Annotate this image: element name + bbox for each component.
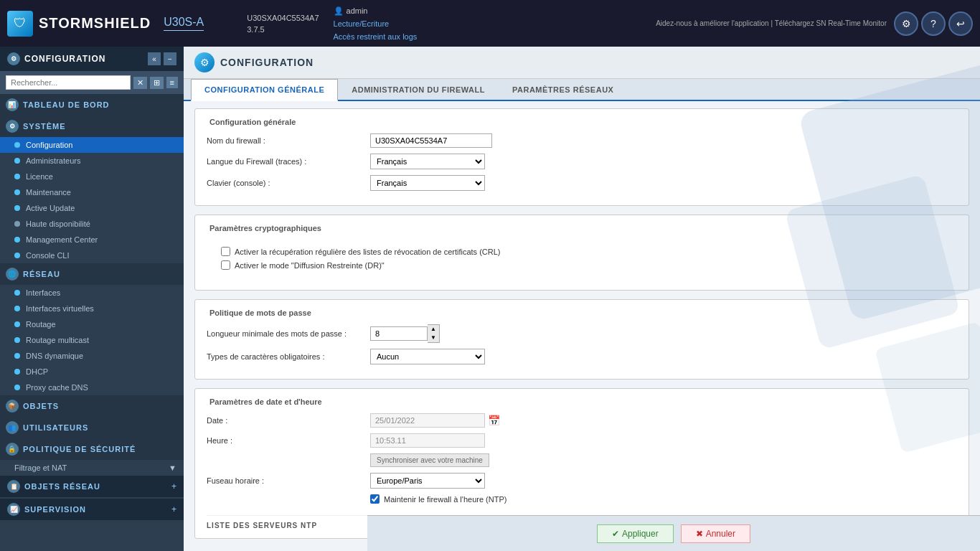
apply-check-icon: ✔	[612, 529, 619, 539]
dns-dynamique-dot	[14, 353, 20, 359]
tab-config-generale[interactable]: CONFIGURATION GÉNÉRALE	[191, 79, 338, 101]
form-row-longueur: Longueur minimale des mots de passe : ▲ …	[207, 324, 957, 343]
active-update-dot	[14, 205, 20, 211]
clavier-select[interactable]: Français	[370, 175, 485, 191]
ntp-checkbox[interactable]	[370, 494, 380, 504]
section-politique-mdp-legend: Politique de mots de passe	[207, 309, 957, 317]
dr-checkbox[interactable]	[221, 260, 230, 270]
access-rw-link[interactable]: Lecture/Ecriture	[334, 19, 390, 28]
sidebar-nav: 📊 TABLEAU DE BORD ⚙ SYSTÈME Configuratio…	[0, 94, 184, 551]
types-select[interactable]: Aucun	[370, 349, 485, 364]
filtrage-nat-label: Filtrage et NAT	[14, 463, 67, 472]
licence-dot	[14, 174, 20, 179]
crl-checkbox[interactable]	[221, 247, 230, 256]
spinner-up[interactable]: ▲	[428, 325, 439, 334]
sidebar-item-filtrage-nat[interactable]: Filtrage et NAT ▼	[0, 460, 184, 476]
sidebar-item-configuration[interactable]: Configuration	[0, 137, 184, 153]
sidebar-collapse-btn[interactable]: «	[148, 52, 161, 65]
sidebar-item-maintenance[interactable]: Maintenance	[0, 184, 184, 200]
sidebar-title-text: CONFIGURATION	[24, 54, 105, 64]
logo-icon: 🛡	[7, 11, 33, 37]
cancel-label: Annuler	[706, 529, 735, 539]
access-logs-link[interactable]: Accès restreint aux logs	[334, 32, 418, 41]
sidebar-item-objets[interactable]: 📦 OBJETS	[0, 395, 184, 417]
fuseau-select[interactable]: Europe/Paris	[370, 473, 485, 489]
sidebar-item-politique-securite[interactable]: 🔒 POLITIQUE DE SÉCURITÉ	[0, 438, 184, 460]
fuseau-label: Fuseau horaire :	[207, 476, 364, 485]
sidebar-item-console-cli[interactable]: Console CLI	[0, 248, 184, 263]
spinner-down[interactable]: ▼	[428, 334, 439, 342]
sidebar-item-supervision[interactable]: 📈 SUPERVISION +	[0, 499, 184, 520]
sidebar-item-tableau-de-bord[interactable]: 📊 TABLEAU DE BORD	[0, 94, 184, 116]
sidebar-item-reseau[interactable]: 🌐 RÉSEAU	[0, 263, 184, 285]
tableau-de-bord-label: TABLEAU DE BORD	[23, 100, 110, 109]
nom-input[interactable]	[370, 133, 492, 148]
settings-icon-btn[interactable]: ⚙	[894, 11, 918, 36]
device-model: U30S-A	[164, 16, 204, 31]
sidebar-minimize-btn[interactable]: −	[164, 52, 176, 65]
politique-securite-icon: 🔒	[6, 443, 19, 456]
cancel-cross-icon: ✖	[696, 529, 703, 539]
config-header-icon: ⚙	[194, 52, 215, 72]
filtrage-nat-expand: ▼	[169, 463, 176, 472]
cancel-button[interactable]: ✖ Annuler	[681, 524, 750, 543]
sidebar-item-routage-multicast[interactable]: Routage multicast	[0, 332, 184, 348]
apply-button[interactable]: ✔ Appliquer	[597, 524, 674, 543]
heure-label: Heure :	[207, 436, 364, 445]
search-input[interactable]	[6, 75, 131, 90]
user-info: 👤 admin Lecture/Ecriture Accès restreint…	[334, 4, 418, 43]
console-cli-label: Console CLI	[26, 251, 70, 260]
management-center-label: Management Center	[26, 235, 98, 244]
sidebar-item-active-update[interactable]: Active Update	[0, 200, 184, 216]
sidebar-title: ⚙ CONFIGURATION	[7, 52, 105, 65]
heure-input	[370, 433, 485, 448]
logout-icon-btn[interactable]: ↩	[948, 11, 973, 36]
help-icon-btn[interactable]: ?	[921, 11, 946, 36]
dns-dynamique-label: DNS dynamique	[26, 352, 83, 360]
routage-multicast-dot	[14, 337, 20, 343]
tab-params-reseau[interactable]: PARAMÈTRES RÉSEAUX	[499, 79, 627, 101]
longueur-spinner: ▲ ▼	[370, 324, 440, 343]
sidebar-item-management-center[interactable]: Management Center	[0, 232, 184, 248]
longueur-label: Longueur minimale des mots de passe :	[207, 329, 364, 338]
proxy-cache-dns-label: Proxy cache DNS	[26, 383, 88, 392]
calendar-icon: 📅	[488, 415, 500, 426]
sidebar-item-administrateurs[interactable]: Administrateurs	[0, 153, 184, 169]
sidebar-item-routage[interactable]: Routage	[0, 316, 184, 332]
sidebar-item-systeme[interactable]: ⚙ SYSTÈME	[0, 116, 184, 137]
search-grid-btn[interactable]: ⊞	[150, 77, 164, 89]
sidebar-item-objets-reseau[interactable]: 📋 OBJETS RÉSEAU +	[0, 476, 184, 497]
langue-select[interactable]: Français	[370, 154, 485, 169]
section-params-crypto: Paramètres cryptographiques Activer la r…	[194, 215, 969, 291]
sync-btn[interactable]: Synchroniser avec votre machine	[370, 453, 489, 467]
objets-icon: 📦	[6, 400, 19, 413]
sidebar-item-dns-dynamique[interactable]: DNS dynamique	[0, 348, 184, 364]
administrateurs-dot	[14, 158, 20, 164]
search-clear-btn[interactable]: ✕	[133, 77, 147, 89]
sidebar-item-interfaces[interactable]: Interfaces	[0, 285, 184, 301]
user-icon: 👤	[334, 4, 344, 17]
sidebar-item-haute-dispo[interactable]: Haute disponibilité	[0, 216, 184, 232]
tab-admin-firewall[interactable]: ADMINISTRATION DU FIREWALL	[338, 79, 499, 101]
section-params-date-legend: Paramètres de date et d'heure	[207, 397, 957, 406]
proxy-cache-dns-dot	[14, 385, 20, 390]
types-label: Types de caractères obligatoires :	[207, 352, 364, 361]
search-list-btn[interactable]: ≡	[166, 77, 178, 88]
supervision-icon: 📈	[7, 503, 20, 516]
longueur-input[interactable]	[370, 326, 428, 341]
logo-area: 🛡 STORMSHIELD U30S-A	[7, 11, 204, 37]
sidebar-item-licence[interactable]: Licence	[0, 169, 184, 184]
sidebar-item-interfaces-virtuelles[interactable]: Interfaces virtuelles	[0, 301, 184, 316]
date-input	[370, 413, 485, 428]
interfaces-label: Interfaces	[26, 288, 60, 297]
sidebar-section-icon: ⚙	[7, 52, 20, 65]
config-header-title: CONFIGURATION	[220, 57, 314, 68]
content-scroll: Configuration générale Nom du firewall :…	[184, 101, 980, 551]
sidebar-item-proxy-cache-dns[interactable]: Proxy cache DNS	[0, 380, 184, 395]
dr-label: Activer le mode "Diffusion Restreinte (D…	[235, 261, 385, 270]
content-area: ⚙ CONFIGURATION CONFIGURATION GÉNÉRALE A…	[184, 47, 980, 551]
supervision-label: SUPERVISION	[24, 505, 86, 514]
sidebar-item-utilisateurs[interactable]: 👥 UTILISATEURS	[0, 417, 184, 438]
brand-name: STORMSHIELD	[39, 15, 151, 32]
sidebar-item-dhcp[interactable]: DHCP	[0, 364, 184, 380]
